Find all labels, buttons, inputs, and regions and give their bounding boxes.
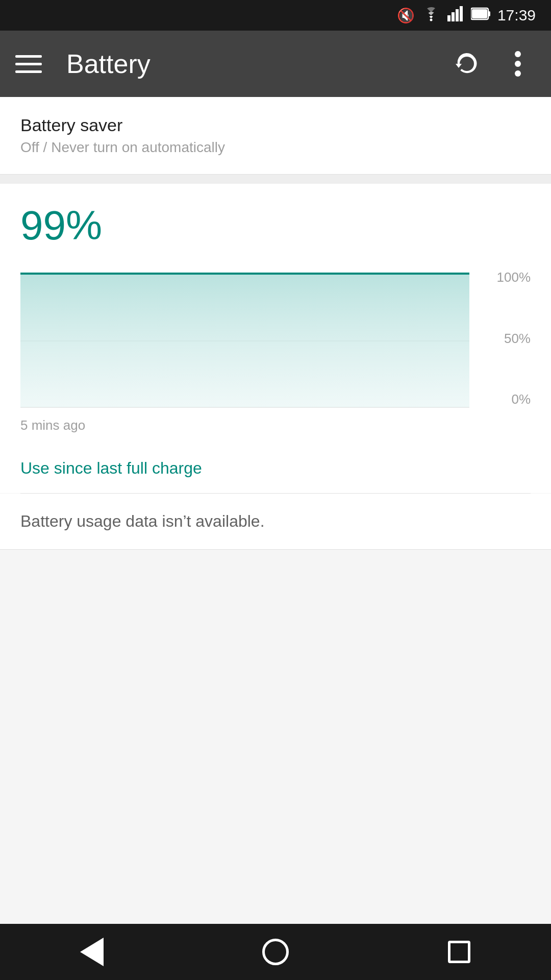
chart-label-0: 0%: [480, 391, 531, 407]
recent-icon: [448, 941, 470, 963]
chart-label-50: 50%: [480, 331, 531, 347]
battery-status-icon: [471, 7, 490, 24]
toolbar: Battery: [0, 31, 551, 97]
back-icon: [80, 938, 104, 966]
chart-wrapper: 100% 50% 0%: [20, 270, 531, 412]
vibrate-icon: 🔇: [397, 7, 415, 24]
chart-time: 5 mins ago: [20, 412, 531, 444]
svg-point-8: [515, 51, 521, 57]
svg-rect-7: [472, 9, 487, 18]
battery-percentage: 99%: [20, 202, 531, 249]
home-button[interactable]: [255, 932, 296, 972]
back-button[interactable]: [71, 932, 112, 972]
signal-icon: [447, 6, 464, 25]
toolbar-actions: [449, 46, 536, 82]
svg-rect-1: [447, 15, 450, 21]
chart-svg: [20, 270, 469, 412]
svg-point-9: [515, 61, 521, 67]
battery-saver-subtitle: Off / Never turn on automatically: [20, 139, 531, 156]
battery-saver-title: Battery saver: [20, 115, 531, 135]
battery-chart-container: 100% 50% 0% 5 mins ago: [0, 270, 551, 449]
content-area: Battery saver Off / Never turn on automa…: [0, 97, 551, 924]
chart-label-100: 100%: [480, 270, 531, 285]
menu-line-1: [15, 55, 42, 58]
toolbar-title: Battery: [66, 48, 449, 79]
battery-percent-section: 99%: [0, 184, 551, 270]
svg-point-0: [430, 18, 432, 21]
empty-space: [0, 550, 551, 924]
battery-saver-item[interactable]: Battery saver Off / Never turn on automa…: [0, 97, 551, 175]
battery-usage-text: Battery usage data isn’t available.: [20, 512, 265, 530]
use-since-link[interactable]: Use since last full charge: [20, 459, 202, 477]
menu-line-3: [15, 70, 42, 73]
more-options-button[interactable]: [500, 46, 536, 82]
refresh-button[interactable]: [449, 46, 485, 82]
svg-marker-13: [20, 274, 469, 407]
status-time: 17:39: [497, 7, 536, 24]
recent-button[interactable]: [439, 932, 480, 972]
menu-line-2: [15, 63, 42, 65]
status-bar: 🔇 17:39: [0, 0, 551, 31]
menu-button[interactable]: [15, 46, 51, 82]
battery-chart: [20, 270, 469, 412]
svg-rect-2: [452, 12, 455, 21]
use-since-section: Use since last full charge: [0, 449, 551, 493]
battery-usage-section: Battery usage data isn’t available.: [0, 494, 551, 549]
navigation-bar: [0, 924, 551, 980]
divider-1: [0, 175, 551, 184]
svg-point-10: [515, 70, 521, 77]
svg-rect-3: [456, 9, 459, 21]
wifi-icon: [422, 6, 440, 25]
home-icon: [262, 939, 289, 965]
chart-labels: 100% 50% 0%: [480, 270, 531, 412]
svg-rect-4: [460, 6, 463, 21]
svg-rect-6: [488, 11, 490, 16]
status-icons: 🔇 17:39: [397, 6, 536, 25]
